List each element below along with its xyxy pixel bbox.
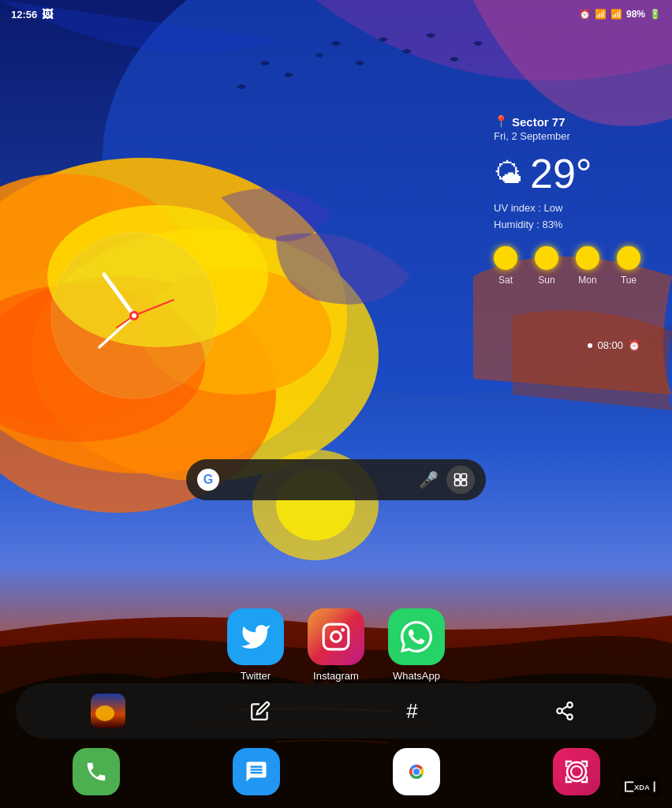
weather-temperature: 29° [530,150,592,197]
google-g-letter: G [203,473,213,487]
camera-app[interactable] [553,748,600,795]
instagram-label: Instagram [313,670,359,682]
svg-rect-44 [654,781,655,791]
forecast-sat-label: Sat [498,275,513,286]
forecast-tue-label: Tue [621,275,637,286]
alarm-row[interactable]: 08:00 ⏰ [588,339,640,351]
svg-point-27 [95,705,114,721]
svg-rect-20 [461,474,467,480]
xda-watermark: XDA [620,776,661,797]
svg-line-32 [562,706,567,709]
svg-point-24 [331,632,342,642]
whatsapp-label: WhatsApp [393,670,440,682]
weather-temp-row: 🌤 29° [494,150,640,197]
forecast-tue-icon [617,246,640,270]
svg-rect-42 [626,791,633,792]
wifi-icon: 📶 [595,9,607,20]
weather-widget[interactable]: 📍 Sector 77 Fri, 2 September 🌤 29° UV in… [494,114,640,286]
svg-point-28 [567,702,573,708]
location-pin-icon: 📍 [494,114,509,129]
svg-rect-22 [461,481,467,486]
forecast-mon-label: Mon [578,275,596,286]
humidity: Humidity : 83% [494,217,640,234]
weather-location: 📍 Sector 77 [494,114,640,129]
svg-point-25 [341,628,345,632]
whatsapp-app[interactable]: WhatsApp [388,608,445,682]
google-lens-icon[interactable] [446,466,475,494]
twitter-label: Twitter [241,670,271,682]
alarm-icon: ⏰ [628,339,640,351]
status-time: 12:56 [11,9,37,21]
weather-condition-icon: 🌤 [494,157,522,190]
battery-icon: 🔋 [649,9,661,20]
whatsapp-icon[interactable] [388,608,445,665]
recent-apps-thumbnail[interactable] [91,694,125,728]
weather-details: UV index : Low Humidity : 83% [494,200,640,234]
edit-home-icon[interactable] [243,694,278,728]
status-right: ⏰ 📶 📶 98% 🔋 [579,9,661,20]
signal-icon: 📶 [610,9,622,20]
google-logo: G [197,469,219,491]
status-bar: 12:56 🖼 ⏰ 📶 📶 98% 🔋 [0,0,672,28]
dock-bar: # [16,683,656,739]
xda-logo: XDA [620,776,661,797]
uv-index: UV index : Low [494,200,640,217]
clock-widget[interactable] [47,229,221,402]
svg-rect-21 [455,481,461,486]
forecast-mon-icon [576,246,599,270]
google-search-bar[interactable]: G 🎤 [186,459,486,500]
forecast-sat-icon [494,246,517,270]
twitter-app[interactable]: Twitter [227,608,284,682]
forecast-tue: Tue [617,246,640,286]
weather-date: Fri, 2 September [494,130,640,142]
alarm-time: 08:00 [597,339,623,351]
share-icon[interactable] [547,694,582,728]
svg-point-30 [567,714,573,720]
status-left: 12:56 🖼 [11,8,53,21]
svg-rect-19 [455,474,461,480]
weather-forecast: Sat Sun Mon Tue [494,246,640,286]
messages-app[interactable] [233,748,280,795]
twitter-icon[interactable] [227,608,284,665]
svg-point-36 [413,769,420,775]
svg-rect-41 [626,781,633,783]
svg-point-29 [557,709,562,714]
bottom-dock [16,743,656,800]
instagram-app[interactable]: Instagram [308,608,364,682]
svg-point-18 [132,313,136,318]
forecast-mon: Mon [576,246,599,286]
forecast-sun: Sun [535,246,558,286]
microphone-icon[interactable]: 🎤 [419,470,439,489]
alarm-dot [588,343,592,348]
svg-rect-40 [625,781,626,791]
svg-line-31 [562,713,567,716]
svg-text:XDA: XDA [634,784,650,791]
chrome-app[interactable] [393,748,440,795]
alarm-status-icon: ⏰ [579,9,591,20]
battery-percentage: 98% [626,9,645,20]
svg-rect-23 [323,624,349,649]
app-icons-row: Twitter Instagram WhatsApp [227,608,445,682]
discover-hashtag-icon[interactable]: # [395,694,430,728]
forecast-sun-icon [535,246,558,270]
forecast-sat: Sat [494,246,517,286]
clock-face [47,229,221,402]
svg-point-38 [567,762,586,781]
instagram-icon[interactable] [308,608,364,665]
svg-point-39 [571,766,582,777]
phone-app[interactable] [73,748,120,795]
forecast-sun-label: Sun [538,275,554,286]
photo-icon: 🖼 [42,8,53,21]
